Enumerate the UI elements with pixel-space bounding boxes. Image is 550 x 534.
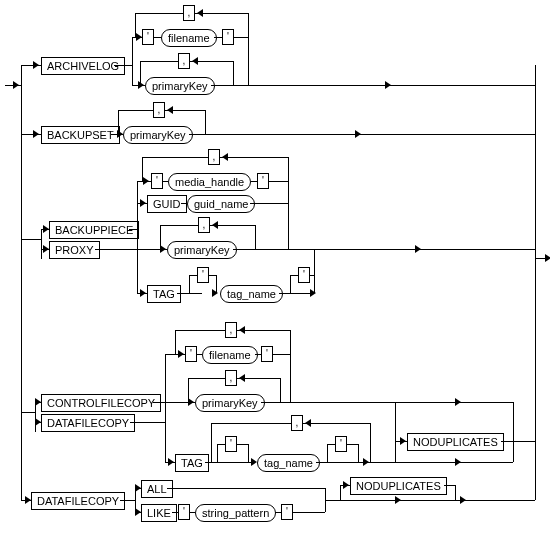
comma-separator: , (225, 322, 237, 338)
primarykey-param: primaryKey (195, 394, 265, 412)
controlfilecopy-keyword: CONTROLFILECOPY (41, 394, 161, 412)
like-keyword: LIKE (141, 504, 177, 522)
primarykey-param: primaryKey (167, 241, 237, 259)
noduplicates-keyword: NODUPLICATES (350, 477, 447, 495)
tag-keyword: TAG (147, 285, 181, 303)
tag-name-param: tag_name (220, 285, 283, 303)
backupset-keyword: BACKUPSET (41, 126, 120, 144)
comma-separator: , (198, 217, 210, 233)
guid-keyword: GUID (147, 195, 187, 213)
string-pattern-param: string_pattern (195, 504, 276, 522)
comma-separator: , (225, 370, 237, 386)
comma-separator: , (208, 149, 220, 165)
comma-separator: , (291, 415, 303, 431)
guid-name-param: guid_name (187, 195, 255, 213)
tag-keyword: TAG (175, 454, 209, 472)
filename-param: filename (202, 346, 258, 364)
primarykey-param: primaryKey (123, 126, 193, 144)
primarykey-param: primaryKey (145, 77, 215, 95)
all-keyword: ALL (141, 480, 173, 498)
backuppiece-keyword: BACKUPPIECE (49, 221, 139, 239)
datafilecopy-keyword: DATAFILECOPY (31, 492, 125, 510)
media-handle-param: media_handle (168, 173, 251, 191)
filename-param: filename (161, 29, 217, 47)
comma-separator: , (183, 5, 195, 21)
archivelog-keyword: ARCHIVELOG (41, 57, 125, 75)
noduplicates-keyword: NODUPLICATES (407, 433, 504, 451)
comma-separator: , (178, 53, 190, 69)
syntax-diagram: ARCHIVELOG ' filename ' , primaryKey , B… (5, 5, 545, 529)
comma-separator: , (153, 102, 165, 118)
datafilecopy-keyword: DATAFILECOPY (41, 414, 135, 432)
tag-name-param: tag_name (257, 454, 320, 472)
proxy-keyword: PROXY (49, 241, 100, 259)
